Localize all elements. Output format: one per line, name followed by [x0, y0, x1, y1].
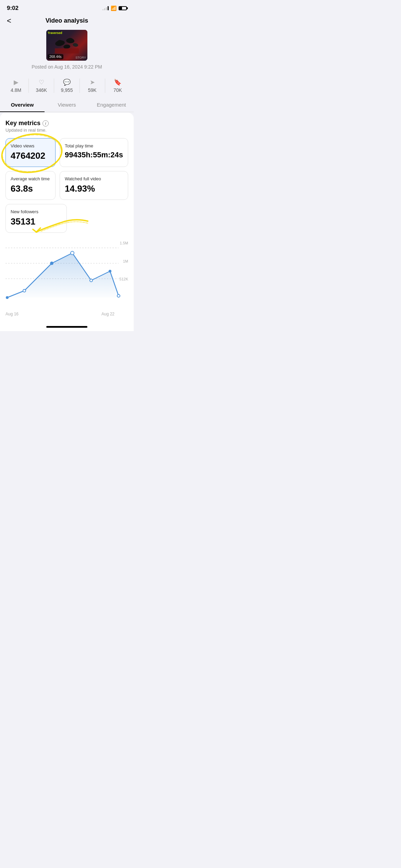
stat-shares-value: 59K [88, 87, 97, 93]
metric-watched-full: Watched full video 14.93% [60, 171, 128, 200]
back-button[interactable]: < [7, 16, 11, 25]
chart-section: 1.5M 1M 512K Aug 16 Aug 22 [5, 241, 128, 323]
svg-point-14 [90, 279, 93, 282]
metric-avg-watch-time: Average watch time 63.8s [5, 171, 56, 200]
metric-video-views: Video views 4764202 [5, 138, 56, 167]
tab-bar: Overview Viewers Engagement [0, 98, 134, 112]
page-title: Video analysis [46, 17, 88, 24]
chart-container: 1.5M 1M 512K [5, 241, 128, 310]
stats-row: ▶ 4.8M ♡ 346K 💬 9,955 ➤ 59K 🔖 70K [0, 74, 134, 98]
heart-icon: ♡ [39, 79, 44, 86]
main-content: Key metrics i Updated in real time. Vide… [0, 113, 134, 323]
thumbnail-label: Traversed [48, 31, 62, 35]
section-title: Key metrics i [5, 120, 128, 127]
stat-likes-value: 346K [36, 87, 47, 93]
section-subtitle: Updated in real time. [5, 128, 128, 133]
signal-icon [102, 6, 109, 10]
metric-avg-watch-time-label: Average watch time [11, 176, 50, 181]
metric-watched-full-value: 14.93% [65, 183, 123, 194]
video-thumbnail[interactable]: Traversed 268.44s STORY [46, 30, 87, 61]
duration-badge: 268.44s [48, 54, 63, 59]
stat-likes: ♡ 346K [29, 79, 54, 93]
metric-new-followers-label: New followers [11, 209, 62, 214]
thumbnail-art [50, 35, 84, 55]
chart-y-label-3: 512K [119, 277, 128, 281]
comment-icon: 💬 [63, 79, 71, 86]
stat-plays: ▶ 4.8M [3, 79, 29, 93]
key-metrics-header: Key metrics i Updated in real time. [5, 120, 128, 133]
tab-overview[interactable]: Overview [0, 98, 45, 112]
bookmark-icon: 🔖 [114, 79, 121, 86]
status-bar: 9:02 📶 [0, 0, 134, 14]
metric-new-followers-value: 35131 [11, 216, 62, 227]
metric-total-play-time-label: Total play time [65, 143, 123, 148]
stat-saves: 🔖 70K [105, 79, 130, 93]
svg-point-15 [109, 270, 111, 273]
metric-avg-watch-time-value: 63.8s [11, 183, 50, 194]
metric-watched-full-label: Watched full video [65, 176, 123, 181]
chart-svg [5, 241, 128, 299]
svg-point-3 [72, 43, 78, 47]
chart-x-label-end: Aug 22 [101, 312, 114, 316]
home-indicator [0, 323, 134, 331]
post-date: Posted on Aug 16, 2024 9:22 PM [32, 64, 102, 70]
metric-video-views-wrapper: Video views 4764202 [5, 138, 56, 167]
chart-x-axis: Aug 16 Aug 22 [5, 312, 128, 316]
share-icon: ➤ [90, 79, 95, 86]
key-metrics-label: Key metrics [5, 120, 40, 127]
metric-video-views-label: Video views [11, 143, 50, 148]
home-bar [46, 326, 87, 328]
thumbnail-section: Traversed 268.44s STORY Posted on Aug 16… [0, 28, 134, 74]
tab-engagement[interactable]: Engagement [89, 98, 134, 112]
header: < Video analysis [0, 14, 134, 28]
chart-y-label-2: 1M [123, 259, 128, 263]
stat-plays-value: 4.8M [11, 87, 21, 93]
metric-video-views-value: 4764202 [11, 150, 50, 161]
tab-viewers[interactable]: Viewers [45, 98, 89, 112]
new-followers-section: New followers 35131 [5, 204, 128, 233]
svg-rect-4 [55, 48, 79, 53]
chart-x-label-start: Aug 16 [5, 312, 19, 316]
svg-point-13 [71, 251, 74, 255]
svg-point-11 [23, 289, 26, 292]
stat-comments: 💬 9,955 [54, 79, 80, 93]
metric-total-play-time-value: 99435h:55m:24s [65, 150, 123, 159]
metric-new-followers: New followers 35131 [5, 204, 67, 233]
chart-y-label-1: 1.5M [120, 241, 128, 245]
svg-point-2 [63, 44, 71, 49]
metrics-grid: Video views 4764202 Total play time 9943… [5, 138, 128, 200]
status-icons: 📶 [102, 5, 127, 11]
info-icon[interactable]: i [42, 120, 49, 126]
battery-icon [119, 6, 127, 10]
svg-point-10 [6, 296, 9, 299]
stat-shares: ➤ 59K [80, 79, 105, 93]
chart-y-label-4 [127, 295, 128, 299]
chart-y-axis: 1.5M 1M 512K [114, 241, 128, 299]
metric-total-play-time: Total play time 99435h:55m:24s [60, 138, 128, 167]
stat-comments-value: 9,955 [61, 87, 73, 93]
story-label: STORY [75, 56, 86, 59]
status-time: 9:02 [7, 5, 19, 12]
svg-point-12 [50, 262, 53, 265]
stat-saves-value: 70K [113, 87, 122, 93]
play-icon: ▶ [14, 79, 19, 86]
wifi-icon: 📶 [111, 5, 117, 11]
